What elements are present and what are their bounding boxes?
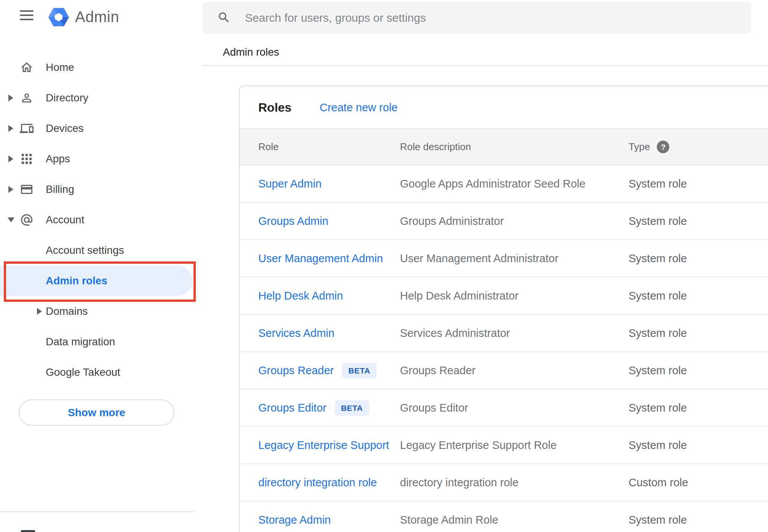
- role-link[interactable]: Services Admin: [258, 327, 334, 340]
- search-icon: [217, 11, 231, 24]
- table-row: Legacy Enterprise Support Legacy Enterpr…: [240, 427, 768, 464]
- column-header-role: Role: [258, 141, 400, 153]
- devices-icon: [20, 122, 34, 135]
- role-description: Help Desk Administrator: [400, 290, 629, 302]
- panel-title: Roles: [258, 100, 291, 114]
- sidebar-item-apps[interactable]: Apps: [0, 144, 202, 174]
- support-icon[interactable]: [21, 530, 35, 532]
- sidebar-item-account[interactable]: Account: [0, 205, 202, 235]
- role-type: System role: [629, 252, 768, 265]
- apps-grid-icon: [20, 152, 34, 166]
- sidebar-divider: [0, 511, 194, 512]
- hamburger-menu-icon[interactable]: [20, 10, 34, 20]
- role-link[interactable]: Storage Admin: [258, 514, 331, 526]
- sidebar-item-label: Domains: [46, 305, 88, 317]
- role-description: Groups Reader: [400, 364, 629, 377]
- beta-badge: BETA: [335, 400, 369, 416]
- role-description: Groups Editor: [400, 402, 629, 414]
- sidebar-item-label: Devices: [46, 122, 84, 135]
- role-link[interactable]: User Management Admin: [258, 252, 383, 265]
- sidebar-item-label: Billing: [46, 183, 74, 195]
- sidebar-item-label: Data migration: [46, 336, 115, 348]
- role-description: Groups Administrator: [400, 215, 629, 228]
- role-description: Services Administrator: [400, 327, 629, 340]
- chevron-right-icon[interactable]: [8, 95, 13, 101]
- show-more-button[interactable]: Show more: [19, 399, 174, 426]
- role-type: System role: [629, 215, 768, 228]
- roles-panel: Roles Create new role Role Role descript…: [239, 85, 768, 532]
- role-type: System role: [629, 364, 768, 377]
- role-type: System role: [629, 514, 768, 526]
- table-row: directory integration role directory int…: [240, 464, 768, 502]
- admin-console: Admin Home Directory Devices: [0, 0, 768, 532]
- table-row: Services Admin Services Administrator Sy…: [240, 315, 768, 352]
- sidebar-item-google-takeout[interactable]: Google Takeout: [0, 357, 202, 388]
- sidebar-item-label: Google Takeout: [46, 366, 120, 378]
- sidebar-item-label: Apps: [46, 153, 70, 165]
- column-header-type-label: Type: [629, 141, 650, 153]
- sidebar-item-home[interactable]: Home: [0, 52, 202, 83]
- role-link[interactable]: Help Desk Admin: [258, 290, 343, 302]
- role-type: System role: [629, 178, 768, 190]
- person-icon: [20, 91, 34, 105]
- role-type: System role: [629, 402, 768, 414]
- sidebar: Admin Home Directory Devices: [0, 0, 202, 532]
- chevron-right-icon[interactable]: [8, 125, 13, 132]
- role-type: System role: [629, 290, 768, 302]
- role-link[interactable]: Groups Admin: [258, 215, 328, 228]
- chevron-right-icon[interactable]: [37, 308, 42, 315]
- sidebar-item-devices[interactable]: Devices: [0, 113, 202, 144]
- sidebar-item-data-migration[interactable]: Data migration: [0, 327, 202, 357]
- header-divider: [202, 65, 768, 66]
- beta-badge: BETA: [342, 363, 376, 378]
- role-description: directory integration role: [400, 476, 629, 489]
- role-type: System role: [629, 439, 768, 452]
- at-sign-icon: [20, 213, 34, 227]
- role-description: User Management Administrator: [400, 252, 629, 265]
- brand-title: Admin: [75, 8, 119, 26]
- role-type: Custom role: [629, 476, 768, 489]
- sidebar-item-domains[interactable]: Domains: [0, 296, 202, 327]
- sidebar-nav: Home Directory Devices Apps: [0, 52, 202, 388]
- home-icon: [20, 61, 34, 74]
- sidebar-item-label: Home: [46, 61, 74, 74]
- table-header-row: Role Role description Type ?: [240, 128, 768, 165]
- sidebar-item-label: Directory: [46, 92, 88, 104]
- chevron-down-icon[interactable]: [8, 218, 14, 223]
- role-link[interactable]: Super Admin: [258, 178, 322, 190]
- role-link[interactable]: Legacy Enterprise Support: [258, 439, 389, 452]
- sidebar-item-directory[interactable]: Directory: [0, 83, 202, 113]
- role-type: System role: [629, 327, 768, 340]
- help-icon[interactable]: ?: [657, 141, 669, 153]
- table-row: Groups ReaderBETA Groups Reader System r…: [240, 352, 768, 389]
- chevron-right-icon[interactable]: [8, 186, 13, 193]
- breadcrumb: Admin roles: [223, 46, 279, 58]
- role-link[interactable]: Groups Editor: [258, 402, 326, 414]
- create-new-role-link[interactable]: Create new role: [320, 101, 398, 114]
- sidebar-item-label: Admin roles: [46, 275, 107, 287]
- table-row: Groups Admin Groups Administrator System…: [240, 203, 768, 240]
- role-description: Google Apps Administrator Seed Role: [400, 178, 629, 190]
- search-input[interactable]: [244, 2, 722, 34]
- table-row: User Management Admin User Management Ad…: [240, 240, 768, 277]
- sidebar-item-account-settings[interactable]: Account settings: [0, 235, 202, 266]
- table-row: Groups EditorBETA Groups Editor System r…: [240, 389, 768, 427]
- column-header-description: Role description: [400, 141, 629, 153]
- table-row: Help Desk Admin Help Desk Administrator …: [240, 277, 768, 315]
- role-description: Legacy Enterprise Support Role: [400, 439, 629, 452]
- column-header-type: Type ?: [629, 141, 768, 153]
- admin-logo-icon[interactable]: [48, 8, 69, 26]
- sidebar-item-label: Account settings: [46, 244, 124, 256]
- search-bar[interactable]: [202, 2, 751, 34]
- sidebar-item-admin-roles[interactable]: Admin roles: [0, 266, 202, 296]
- roles-panel-header: Roles Create new role: [240, 86, 768, 128]
- sidebar-item-billing[interactable]: Billing: [0, 174, 202, 205]
- chevron-right-icon[interactable]: [8, 155, 13, 162]
- role-link[interactable]: directory integration role: [258, 476, 377, 489]
- role-description: Storage Admin Role: [400, 514, 629, 526]
- table-row: Storage Admin Storage Admin Role System …: [240, 502, 768, 532]
- sidebar-item-label: Account: [46, 214, 84, 226]
- table-row: Super Admin Google Apps Administrator Se…: [240, 165, 768, 203]
- role-link[interactable]: Groups Reader: [258, 364, 334, 377]
- credit-card-icon: [20, 183, 34, 196]
